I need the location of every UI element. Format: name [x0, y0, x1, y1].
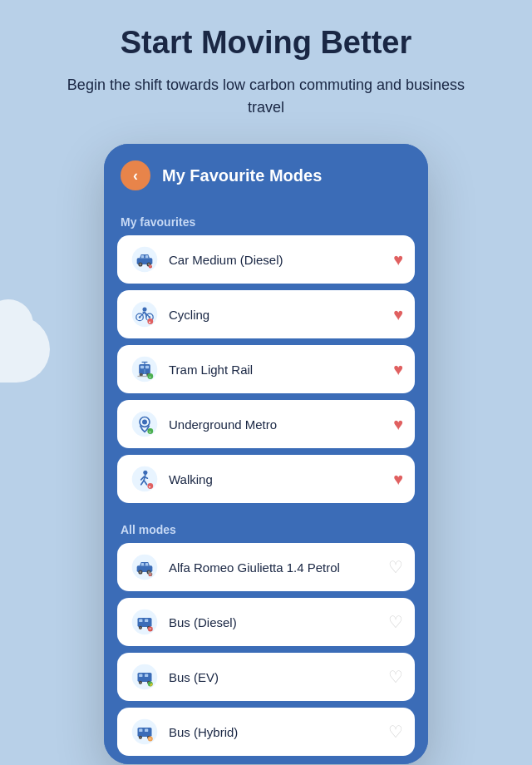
list-item[interactable]: ♥ Walking ♥ — [117, 455, 415, 503]
mode-name: Alfa Romeo Giulietta 1.4 Petrol — [169, 560, 380, 575]
list-item[interactable]: ⛽ Alfa Romeo Giulietta 1.4 Petrol ♡ — [117, 543, 415, 591]
svg-point-32 — [142, 419, 147, 424]
page-title: Start Moving Better — [87, 25, 445, 61]
all-modes-list: ⛽ Alfa Romeo Giulietta 1.4 Petrol ♡ — [117, 543, 415, 756]
svg-rect-70 — [138, 728, 152, 737]
mode-name: Tram Light Rail — [169, 363, 385, 377]
cycling-icon: ♥ — [129, 299, 160, 330]
list-item[interactable]: ⛽ Car Medium (Diesel) ♥ — [117, 235, 415, 284]
bus-hybrid-icon: H — [129, 716, 160, 748]
favourite-heart-icon[interactable]: ♥ — [393, 415, 403, 434]
mode-name: Bus (Hybrid) — [169, 725, 380, 739]
svg-rect-3 — [145, 255, 148, 258]
favourites-section-label: My favourites — [117, 207, 415, 235]
svg-rect-52 — [145, 619, 148, 622]
back-arrow-icon: ‹ — [133, 168, 138, 183]
bus-diesel-icon: ⛽ — [129, 606, 160, 638]
phone-header: ‹ My Favourite Modes — [104, 144, 428, 199]
mode-name: Car Medium (Diesel) — [169, 253, 385, 267]
svg-rect-71 — [139, 729, 142, 732]
svg-text:+: + — [149, 430, 151, 434]
mode-name: Underground Metro — [169, 417, 385, 432]
mode-name: Cycling — [169, 308, 385, 322]
favourite-heart-icon[interactable]: ♥ — [393, 470, 403, 489]
svg-rect-21 — [145, 366, 149, 368]
svg-rect-50 — [138, 618, 152, 627]
favourite-heart-icon[interactable]: ♡ — [388, 612, 403, 632]
list-item[interactable]: H Bus (Hybrid) ♡ — [117, 708, 415, 756]
svg-point-55 — [140, 627, 141, 629]
favourite-heart-icon[interactable]: ♡ — [388, 722, 403, 742]
svg-point-75 — [140, 737, 141, 738]
favourite-heart-icon[interactable]: ♥ — [393, 250, 403, 269]
list-item[interactable]: + Underground Metro ♥ — [117, 400, 415, 448]
phone-body: My favourites — [104, 199, 428, 764]
svg-text:+: + — [149, 375, 151, 379]
svg-rect-61 — [139, 674, 142, 677]
favourite-heart-icon[interactable]: ♡ — [388, 557, 403, 577]
svg-text:⛽: ⛽ — [149, 627, 153, 631]
favourites-list: ⛽ Car Medium (Diesel) ♥ — [117, 235, 415, 503]
svg-rect-60 — [138, 673, 152, 682]
svg-rect-41 — [141, 563, 144, 565]
mode-name: Walking — [169, 472, 385, 486]
svg-point-10 — [132, 302, 158, 328]
svg-point-65 — [140, 682, 141, 684]
svg-rect-72 — [145, 729, 148, 732]
walking-icon: ♥ — [129, 463, 160, 495]
phone-screen-title: My Favourite Modes — [162, 166, 322, 185]
car-icon: ⛽ — [129, 244, 160, 275]
car-alt-icon: ⛽ — [129, 551, 160, 583]
svg-rect-42 — [145, 563, 148, 565]
svg-point-6 — [140, 264, 142, 266]
list-item[interactable]: ♥ Cycling ♥ — [117, 290, 415, 338]
favourite-heart-icon[interactable]: ♥ — [393, 360, 403, 379]
svg-rect-20 — [140, 366, 144, 368]
mode-name: Bus (EV) — [169, 670, 380, 684]
favourite-heart-icon[interactable]: ♥ — [393, 305, 403, 324]
svg-rect-62 — [145, 674, 148, 677]
list-item[interactable]: ⛽ Bus (Diesel) ♡ — [117, 598, 415, 646]
svg-text:⚡: ⚡ — [149, 682, 154, 688]
list-item[interactable]: ⚡ Bus (EV) ♡ — [117, 653, 415, 701]
page-subtitle: Begin the shift towards low carbon commu… — [0, 74, 532, 119]
metro-icon: + — [129, 408, 160, 440]
tram-icon: + — [129, 353, 160, 385]
all-modes-section-label: All modes — [117, 515, 415, 543]
svg-rect-2 — [141, 255, 144, 258]
bus-ev-icon: ⚡ — [129, 661, 160, 693]
favourite-heart-icon[interactable]: ♡ — [388, 667, 403, 687]
svg-rect-51 — [139, 619, 142, 622]
svg-point-45 — [140, 571, 142, 574]
mode-name: Bus (Diesel) — [169, 615, 380, 629]
list-item[interactable]: + Tram Light Rail ♥ — [117, 345, 415, 393]
svg-point-15 — [142, 308, 146, 312]
back-button[interactable]: ‹ — [121, 160, 150, 190]
phone-mockup: ‹ My Favourite Modes My favourites — [104, 144, 428, 764]
